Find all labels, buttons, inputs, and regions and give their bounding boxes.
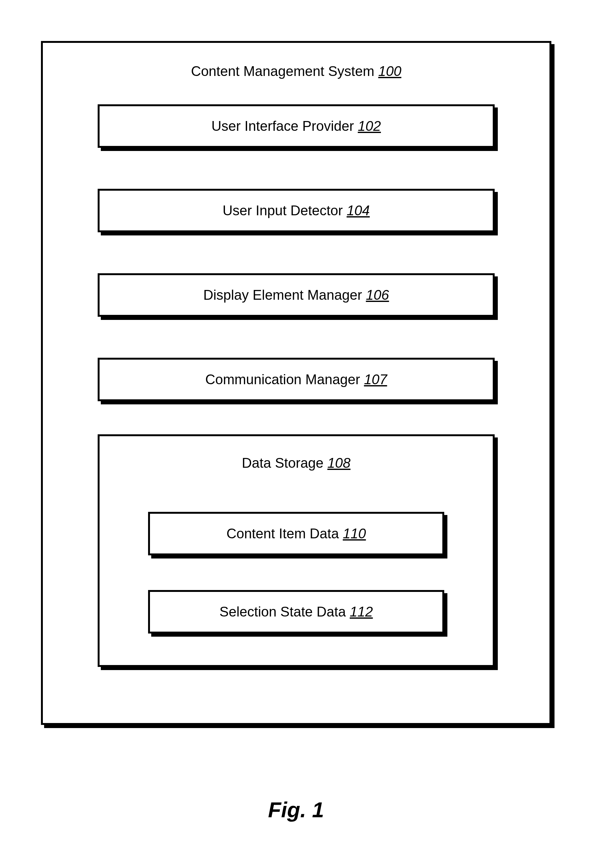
component-ref: 104 [346,203,370,218]
component-box-user-interface-provider: User Interface Provider 102 [98,104,495,148]
component-box-display-element-manager: Display Element Manager 106 [98,273,495,317]
system-title-ref: 100 [378,63,401,79]
nested-label: Selection State Data 112 [219,604,373,619]
data-storage-container: Data Storage 108 Content Item Data 110 S… [98,434,495,667]
system-title: Content Management System 100 [43,63,549,79]
component-box-user-input-detector: User Input Detector 104 [98,189,495,232]
component-label: User Input Detector 104 [222,203,370,218]
nested-label: Content Item Data 110 [227,526,366,541]
component-box-communication-manager: Communication Manager 107 [98,358,495,401]
nested-box-selection-state-data: Selection State Data 112 [148,590,444,633]
nested-box-content-item-data: Content Item Data 110 [148,512,444,555]
system-title-text: Content Management System [191,63,378,79]
component-ref: 106 [366,287,389,303]
component-ref: 107 [364,372,387,387]
system-container: Content Management System 100 User Inter… [41,41,551,725]
nested-ref: 110 [343,526,366,541]
component-label: User Interface Provider 102 [211,118,381,134]
data-storage-title: Data Storage 108 [100,455,493,471]
component-label: Display Element Manager 106 [203,287,389,303]
data-storage-title-text: Data Storage [242,455,328,471]
component-ref: 102 [358,118,381,134]
figure-label: Fig. 1 [0,797,592,822]
data-storage-title-ref: 108 [327,455,350,471]
component-label: Communication Manager 107 [205,372,387,387]
nested-ref: 112 [350,604,373,619]
